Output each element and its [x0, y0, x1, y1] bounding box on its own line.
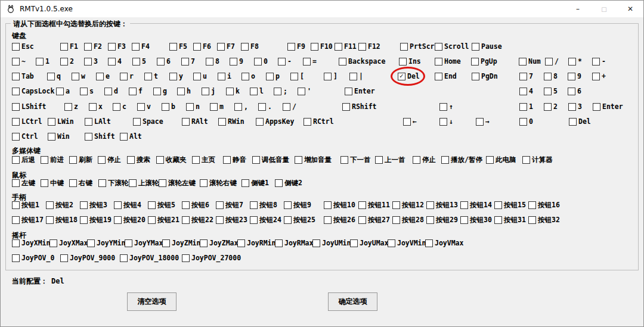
checkbox-media-volume-down[interactable]: 调低音量	[252, 155, 289, 164]
checkbox-z[interactable]: z	[64, 102, 78, 111]
checkbox-pad-button7[interactable]: 按钮7	[216, 201, 243, 209]
checkbox-l[interactable]: l	[250, 87, 264, 95]
checkbox-comma[interactable]: ,	[234, 102, 248, 111]
checkbox-q[interactable]: q	[47, 72, 61, 80]
checkbox-lshift[interactable]: LShift	[12, 102, 47, 111]
checkbox-mouse-right[interactable]: 右键	[69, 179, 92, 187]
checkbox-pad-button27[interactable]: 按钮27	[358, 216, 390, 224]
checkbox-pause[interactable]: Pause	[472, 42, 502, 51]
checkbox-mouse-middle[interactable]: 中键	[41, 179, 64, 187]
checkbox-numpad-del[interactable]: Del	[569, 117, 591, 126]
checkbox-pad-button26[interactable]: 按钮26	[324, 216, 355, 224]
checkbox-m[interactable]: m	[210, 102, 224, 111]
checkbox-space[interactable]: Space	[133, 117, 163, 126]
checkbox-pad-button19[interactable]: 按钮19	[80, 216, 112, 224]
checkbox-pad-button14[interactable]: 按钮14	[460, 201, 492, 209]
checkbox-pad-button11[interactable]: 按钮11	[358, 201, 390, 209]
checkbox-rctrl[interactable]: RCtrl	[304, 117, 334, 126]
checkbox-joyvmin[interactable]: JoyVMin	[388, 239, 426, 247]
checkbox-2[interactable]: 2	[60, 57, 74, 66]
checkbox-pgup[interactable]: PgUp	[471, 57, 497, 66]
clear-options-button[interactable]: 清空选项	[127, 292, 177, 311]
checkbox-backspace[interactable]: Backspace	[339, 57, 385, 66]
checkbox-rshift[interactable]: RShift	[342, 102, 377, 111]
checkbox-media-home[interactable]: 主页	[192, 155, 215, 164]
checkbox-f8[interactable]: F8	[241, 42, 259, 51]
checkbox-numpad-6[interactable]: 6	[568, 87, 581, 95]
checkbox-6[interactable]: 6	[157, 57, 171, 66]
checkbox-del[interactable]: ✓Del	[398, 72, 420, 80]
checkbox-joypov9000[interactable]: JoyPOV_9000	[60, 254, 115, 262]
checkbox-num[interactable]: Num	[519, 57, 541, 66]
checkbox-numpad-enter[interactable]: Enter	[593, 102, 623, 111]
checkbox-pad-button23[interactable]: 按钮23	[216, 216, 247, 224]
checkbox-enter[interactable]: Enter	[345, 87, 375, 95]
checkbox-media-my-computer[interactable]: 此电脑	[486, 155, 516, 164]
checkbox-8[interactable]: 8	[206, 57, 219, 66]
checkbox-p[interactable]: p	[266, 72, 280, 80]
checkbox-numpad-multiply[interactable]: *	[568, 57, 582, 66]
checkbox-joyumax[interactable]: JoyUMax	[350, 239, 388, 247]
checkbox-f5[interactable]: F5	[169, 42, 187, 51]
checkbox-equals[interactable]: =	[303, 57, 317, 66]
checkbox-left-bracket[interactable]: [	[290, 72, 304, 80]
checkbox-7[interactable]: 7	[181, 57, 195, 66]
checkbox-numpad-7[interactable]: 7	[519, 72, 533, 80]
checkbox-joyvmax[interactable]: JoyVMax	[425, 239, 463, 247]
checkbox-alt[interactable]: Alt	[120, 132, 142, 141]
checkbox-arrow-down[interactable]: ↓	[439, 117, 453, 126]
checkbox-joyzmax[interactable]: JoyZMax	[200, 239, 238, 247]
checkbox-media-volume-up[interactable]: 增加音量	[295, 155, 332, 164]
checkbox-media-forward[interactable]: 前进	[41, 155, 64, 164]
checkbox-numpad-0[interactable]: 0	[519, 117, 533, 126]
checkbox-pad-button18[interactable]: 按钮18	[46, 216, 78, 224]
checkbox-media-stop-track[interactable]: 停止	[413, 155, 436, 164]
checkbox-arrow-up[interactable]: ↑	[439, 102, 453, 111]
checkbox-j[interactable]: j	[202, 87, 215, 95]
checkbox-f1[interactable]: F1	[60, 42, 78, 51]
checkbox-pad-button25[interactable]: 按钮25	[284, 216, 315, 224]
checkbox-ins[interactable]: Ins	[399, 57, 421, 66]
checkbox-pad-button28[interactable]: 按钮28	[392, 216, 424, 224]
checkbox-n[interactable]: n	[186, 102, 200, 111]
checkbox-media-next-track[interactable]: 下一首	[340, 155, 371, 164]
checkbox-t[interactable]: t	[144, 72, 158, 80]
checkbox-media-favorites[interactable]: 收藏夹	[156, 155, 187, 164]
checkbox-appskey[interactable]: AppsKey	[256, 117, 294, 126]
checkbox-pad-button10[interactable]: 按钮10	[324, 201, 355, 209]
checkbox-f[interactable]: f	[129, 87, 143, 95]
checkbox-pad-button12[interactable]: 按钮12	[392, 201, 424, 209]
checkbox-joyxmin[interactable]: JoyXMin	[12, 239, 50, 247]
checkbox-period[interactable]: .	[258, 102, 272, 111]
checkbox-w[interactable]: w	[72, 72, 85, 80]
checkbox-mouse-wheel-down[interactable]: 下滚轮	[98, 179, 129, 187]
checkbox-pad-button24[interactable]: 按钮24	[250, 216, 281, 224]
checkbox-mouse-wheel-right[interactable]: 滚轮右键	[200, 179, 237, 187]
checkbox-f9[interactable]: F9	[287, 42, 305, 51]
checkbox-shift[interactable]: Shift	[85, 132, 115, 141]
checkbox-numpad-4[interactable]: 4	[519, 87, 533, 95]
checkbox-capslock[interactable]: CapsLock	[12, 87, 54, 95]
checkbox-mouse-side2[interactable]: 侧键2	[275, 179, 302, 187]
checkbox-lalt[interactable]: LAlt	[85, 117, 111, 126]
checkbox-numpad-divide[interactable]: /	[545, 57, 559, 66]
checkbox-media-refresh[interactable]: 刷新	[69, 155, 92, 164]
checkbox-pad-button17[interactable]: 按钮17	[12, 216, 44, 224]
checkbox-f7[interactable]: F7	[217, 42, 235, 51]
checkbox-ctrl[interactable]: Ctrl	[12, 132, 38, 141]
checkbox-lctrl[interactable]: LCtrl	[12, 117, 42, 126]
checkbox-apostrophe[interactable]: '	[298, 87, 311, 95]
checkbox-joyymin[interactable]: JoyYMin	[87, 239, 125, 247]
checkbox-pipe[interactable]: |	[349, 72, 363, 80]
checkbox-arrow-left[interactable]: ←	[403, 117, 417, 126]
checkbox-esc[interactable]: Esc	[12, 42, 34, 51]
checkbox-pgdn[interactable]: PgDn	[472, 72, 498, 80]
checkbox-scroll[interactable]: Scroll	[435, 42, 469, 51]
checkbox-joyrmax[interactable]: JoyRMax	[275, 239, 313, 247]
checkbox-mouse-wheel-left[interactable]: 滚轮左键	[159, 179, 196, 187]
checkbox-pad-button29[interactable]: 按钮29	[426, 216, 458, 224]
checkbox-f2[interactable]: F2	[84, 42, 102, 51]
checkbox-k[interactable]: k	[226, 87, 240, 95]
checkbox-o[interactable]: o	[242, 72, 255, 80]
checkbox-c[interactable]: c	[113, 102, 126, 111]
